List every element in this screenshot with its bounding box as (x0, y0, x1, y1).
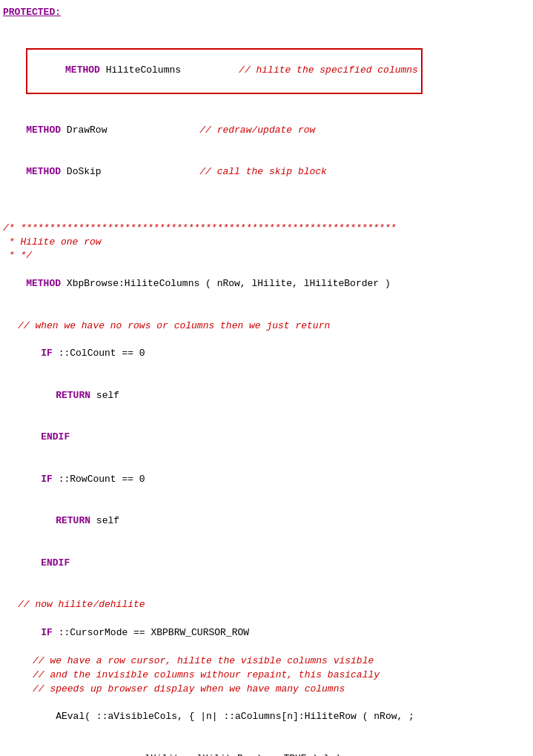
code-container: PROTECTED: METHOD HiliteColumns // hilit… (3, 6, 530, 756)
blank-line-4 (3, 305, 530, 319)
aeval-visible-cont: lHilite, lHiliteBorder, TRUE ) } ) (3, 738, 530, 756)
return-self-2: RETURN self (3, 501, 530, 543)
aeval-visible: AEval( ::aVisibleCols, { |n| ::aColumns[… (3, 696, 530, 738)
blank-line-2 (3, 193, 530, 208)
comment-2: * Hilite one row (3, 236, 530, 250)
comment-3: * */ (3, 249, 530, 263)
blank-line-5 (3, 585, 530, 599)
if-rowcount: IF ::RowCount == 0 (3, 459, 530, 501)
if-colcount: IF ::ColCount == 0 (3, 333, 530, 375)
comment-inline-5: // speeds up browser display when we hav… (3, 683, 530, 697)
blank-line-3 (3, 208, 530, 222)
if-cursormode: IF ::CursorMode == XBPBRW_CURSOR_ROW (3, 612, 530, 654)
comment-inline-2: // now hilite/dehilite (3, 598, 530, 612)
highlighted-method-line: METHOD HiliteColumns // hilite the speci… (3, 34, 530, 110)
comment-inline-1: // when we have no rows or columns then … (3, 319, 530, 334)
endif-1: ENDIF (3, 417, 530, 459)
protected-label: PROTECTED: (3, 6, 530, 20)
method-hilitecols-def: METHOD XbpBrowse:HiliteColumns ( nRow, l… (3, 263, 530, 305)
return-self-1: RETURN self (3, 375, 530, 417)
endif-2: ENDIF (3, 543, 530, 585)
comment-1: /* *************************************… (3, 222, 530, 236)
comment-inline-3: // we have a row cursor, hilite the visi… (3, 654, 530, 669)
comment-inline-4: // and the invisible columns withour rep… (3, 669, 530, 683)
blank-line (3, 20, 530, 34)
method-doskip: METHOD DoSkip // call the skip block (3, 151, 530, 193)
method-drawrow: METHOD DrawRow // redraw/update row (3, 110, 530, 152)
